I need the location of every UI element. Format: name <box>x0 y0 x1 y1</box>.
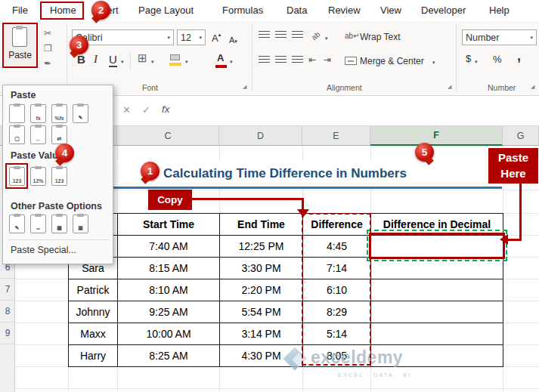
column-header-e[interactable]: E <box>302 126 370 146</box>
row-header-8[interactable]: 8 <box>0 301 15 323</box>
enter-icon[interactable]: ✓ <box>142 104 150 116</box>
underline-button[interactable]: U <box>109 53 117 67</box>
column-header-c[interactable]: C <box>117 126 219 146</box>
align-left-icon[interactable] <box>259 56 270 64</box>
align-bottom-icon[interactable] <box>292 31 303 39</box>
row-header-7[interactable]: 7 <box>0 279 15 301</box>
comma-style-icon[interactable]: , <box>517 48 521 64</box>
chevron-down-icon[interactable]: ▾ <box>230 59 233 65</box>
cancel-icon[interactable]: ✕ <box>122 104 131 116</box>
align-right-icon[interactable] <box>292 56 303 64</box>
column-widths-icon[interactable]: ↔ <box>30 125 46 144</box>
tab-developer[interactable]: Developer <box>421 5 466 16</box>
paste-option-icon[interactable] <box>9 104 25 123</box>
row-header-9[interactable]: 9 <box>0 323 15 344</box>
cell-decimal[interactable] <box>371 279 503 301</box>
format-painter-icon[interactable]: ✒ <box>44 58 51 69</box>
wrap-text-button[interactable]: Wrap Text <box>360 32 401 42</box>
home-tab-annotation-frame <box>40 2 84 20</box>
paste-formulas-icon[interactable]: fx <box>30 104 46 123</box>
merge-center-button[interactable]: Merge & Center <box>360 56 424 66</box>
chevron-down-icon[interactable]: ▾ <box>121 59 124 65</box>
linked-picture-icon[interactable]: ▣ <box>73 215 88 233</box>
alignment-dialog-launcher-icon[interactable] <box>448 84 451 90</box>
cell-end[interactable]: 3:14 PM <box>220 323 303 345</box>
align-top-icon[interactable] <box>259 31 270 39</box>
step-badge-3: 3 <box>70 35 88 54</box>
values-number-formatting-icon[interactable]: 12% <box>30 167 46 186</box>
borders-icon[interactable] <box>138 51 147 65</box>
decrease-indent-icon[interactable]: ⇤ <box>308 54 316 65</box>
tab-file[interactable]: File <box>12 5 28 16</box>
cell-name[interactable]: Maxx <box>69 323 118 345</box>
small-separator <box>130 51 131 71</box>
chevron-down-icon[interactable]: ▾ <box>185 59 188 65</box>
values-source-formatting-icon[interactable]: 123 <box>51 167 67 186</box>
cell-start[interactable]: 8:15 AM <box>118 258 220 279</box>
grow-font-icon[interactable] <box>212 31 221 45</box>
insert-function-icon[interactable]: fx <box>162 103 170 115</box>
chevron-down-icon[interactable]: ▾ <box>325 35 328 42</box>
table-header-end[interactable]: End Time <box>220 214 303 236</box>
font-color-icon[interactable]: A <box>217 52 224 63</box>
sheet-title-cell[interactable]: Calculating Time Difference in Numbers <box>68 161 502 189</box>
group-separator <box>456 24 457 92</box>
cell-end[interactable]: 2:20 PM <box>220 279 303 301</box>
cell-name[interactable]: Harry <box>69 345 118 367</box>
cut-icon[interactable]: ✂ <box>44 28 51 39</box>
fill-color-icon[interactable] <box>170 54 180 60</box>
picture-icon[interactable]: ▦ <box>51 215 67 233</box>
align-middle-icon[interactable] <box>275 31 287 39</box>
tab-view[interactable]: View <box>380 5 401 16</box>
column-header-f-selected[interactable]: F <box>370 126 503 146</box>
cell-start[interactable]: 8:25 AM <box>118 345 220 367</box>
keep-source-formatting-icon[interactable]: ✎ <box>73 104 88 123</box>
cell-end[interactable]: 12:25 PM <box>220 236 303 258</box>
tab-page-layout[interactable]: Page Layout <box>138 5 194 16</box>
group-separator <box>252 24 252 92</box>
column-header-d[interactable]: D <box>219 126 302 146</box>
align-center-icon[interactable] <box>275 56 287 64</box>
shrink-font-icon[interactable] <box>229 32 237 46</box>
tab-data[interactable]: Data <box>287 5 307 16</box>
cell-start[interactable]: 10:00 AM <box>118 323 220 345</box>
chevron-down-icon[interactable]: ▾ <box>475 59 478 65</box>
cell-decimal[interactable] <box>371 301 503 323</box>
chevron-down-icon[interactable]: ▾ <box>432 60 435 66</box>
copy-icon[interactable]: ❐ <box>44 43 52 54</box>
cell-name[interactable]: Johnny <box>69 301 118 323</box>
font-dialog-launcher-icon[interactable] <box>243 84 246 90</box>
font-size-select[interactable]: 12 ▾ <box>177 29 206 45</box>
cell-end[interactable]: 3:30 PM <box>220 258 303 279</box>
number-format-select[interactable]: Number ▾ <box>462 29 537 45</box>
cell-decimal[interactable] <box>371 323 503 345</box>
tab-review[interactable]: Review <box>328 5 361 16</box>
chevron-down-icon[interactable]: ▾ <box>151 59 154 65</box>
formulas-number-formatting-icon[interactable]: %fx <box>51 104 67 123</box>
column-header-g[interactable]: G <box>503 126 539 146</box>
merge-center-icon[interactable] <box>345 57 357 65</box>
table-header-start[interactable]: Start Time <box>118 214 220 236</box>
cell-end[interactable]: 5:54 PM <box>220 301 303 323</box>
italic-button[interactable]: I <box>94 53 98 66</box>
cell-name[interactable]: Patrick <box>69 279 118 301</box>
transpose-icon[interactable]: ⇄ <box>51 125 67 144</box>
cell-start[interactable]: 9:25 AM <box>118 301 220 323</box>
number-dialog-launcher-icon[interactable] <box>531 84 534 90</box>
copy-arrowhead-icon <box>297 209 309 218</box>
percent-style-icon[interactable]: % <box>493 54 502 65</box>
bold-button[interactable]: B <box>77 53 85 66</box>
paste-link-icon[interactable]: ∞ <box>30 215 46 233</box>
cell-start[interactable]: 7:40 AM <box>118 236 220 258</box>
paste-special-menu-item[interactable]: Paste Special... <box>11 245 76 255</box>
cell-start[interactable]: 8:10 AM <box>118 279 220 301</box>
no-borders-icon[interactable]: ▢ <box>9 125 25 144</box>
step-badge-5: 5 <box>415 143 434 162</box>
increase-indent-icon[interactable]: ⇥ <box>324 54 331 65</box>
formatting-icon[interactable]: ✎ <box>9 215 25 233</box>
accounting-format-icon[interactable]: $ <box>466 53 471 64</box>
tab-help[interactable]: Help <box>489 5 510 16</box>
tab-formulas[interactable]: Formulas <box>222 5 263 16</box>
chevron-down-icon: ▾ <box>530 35 533 41</box>
wrap-text-icon[interactable] <box>345 32 360 40</box>
